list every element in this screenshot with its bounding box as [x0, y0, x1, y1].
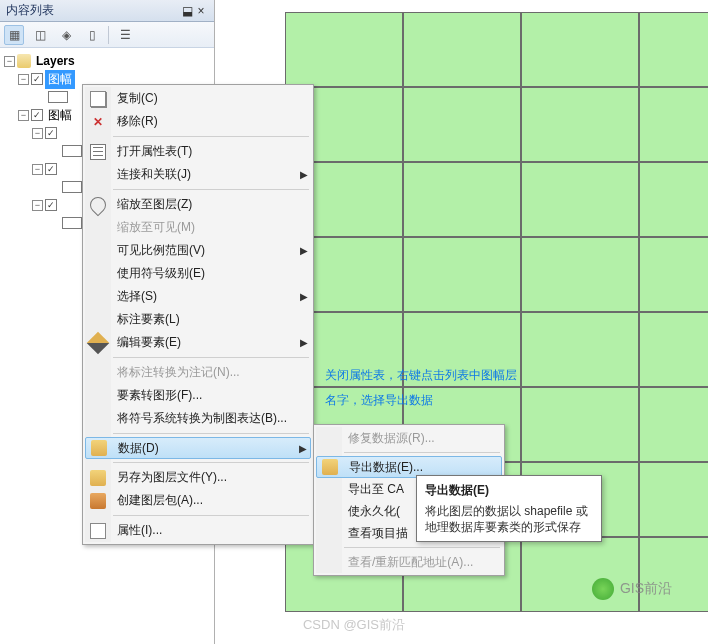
context-menu-item[interactable]: 可见比例范围(V)▶: [85, 239, 311, 262]
blank-icon: [316, 427, 342, 449]
blank-icon: [85, 216, 111, 239]
data-icon: [86, 438, 112, 458]
table-icon: [85, 140, 111, 163]
menu-item-label: 要素转图形(F)...: [111, 387, 311, 404]
close-icon[interactable]: ×: [194, 4, 208, 18]
collapse-icon[interactable]: −: [32, 200, 43, 211]
context-menu-item[interactable]: 将符号系统转换为制图表达(B)...: [85, 407, 311, 430]
blank-icon: [316, 478, 342, 500]
layer-name[interactable]: 图幅: [45, 106, 75, 125]
context-menu-item[interactable]: 数据(D)▶: [85, 437, 311, 459]
context-menu-item: 缩放至可见(M): [85, 216, 311, 239]
collapse-icon[interactable]: −: [18, 110, 29, 121]
blank-icon: [85, 262, 111, 285]
context-menu-item[interactable]: 缩放至图层(Z): [85, 193, 311, 216]
symbol-swatch[interactable]: [62, 217, 82, 229]
context-menu-item[interactable]: ✕移除(R): [85, 110, 311, 133]
context-menu-item[interactable]: 连接和关联(J)▶: [85, 163, 311, 186]
menu-item-label: 创建图层包(A)...: [111, 492, 311, 509]
blank-icon: [85, 407, 111, 430]
context-menu-item[interactable]: 要素转图形(F)...: [85, 384, 311, 407]
layers-icon: [17, 54, 31, 68]
menu-separator: [113, 189, 309, 190]
visibility-checkbox[interactable]: [31, 109, 43, 121]
toc-header: 内容列表 ⬓ ×: [0, 0, 214, 22]
context-menu-item[interactable]: 创建图层包(A)...: [85, 489, 311, 512]
list-by-selection-button[interactable]: ▯: [82, 25, 102, 45]
options-button[interactable]: ☰: [115, 25, 135, 45]
submenu-arrow-icon: ▶: [296, 443, 310, 454]
watermark: GIS前沿: [592, 578, 672, 600]
tooltip-title: 导出数据(E): [425, 482, 593, 499]
blank-icon: [85, 239, 111, 262]
context-menu-item[interactable]: 复制(C): [85, 87, 311, 110]
tooltip: 导出数据(E) 将此图层的数据以 shapefile 或地理数据库要素类的形式保…: [416, 475, 602, 542]
menu-separator: [344, 452, 500, 453]
edit-icon: [85, 331, 111, 354]
csdn-watermark: CSDN @GIS前沿: [303, 616, 405, 634]
layers-root[interactable]: − Layers: [4, 52, 210, 70]
submenu-item: 修复数据源(R)...: [316, 427, 502, 449]
tooltip-body: 将此图层的数据以 shapefile 或地理数据库要素类的形式保存: [425, 503, 593, 535]
menu-item-label: 连接和关联(J): [111, 166, 297, 183]
menu-item-label: 数据(D): [112, 440, 296, 457]
menu-item-label: 选择(S): [111, 288, 297, 305]
context-menu-item[interactable]: 另存为图层文件(Y)...: [85, 466, 311, 489]
list-by-drawing-order-button[interactable]: ▦: [4, 25, 24, 45]
collapse-icon[interactable]: −: [32, 128, 43, 139]
symbol-swatch[interactable]: [48, 91, 68, 103]
visibility-checkbox[interactable]: [45, 199, 57, 211]
menu-item-label: 使用符号级别(E): [111, 265, 311, 282]
menu-item-label: 另存为图层文件(Y)...: [111, 469, 311, 486]
menu-item-label: 复制(C): [111, 90, 311, 107]
menu-separator: [113, 136, 309, 137]
layer-name[interactable]: 图幅: [45, 70, 75, 89]
pin-icon[interactable]: ⬓: [180, 4, 194, 18]
zoom-icon: [85, 193, 111, 216]
menu-separator: [113, 462, 309, 463]
menu-item-label: 缩放至图层(Z): [111, 196, 311, 213]
menu-item-label: 修复数据源(R)...: [342, 430, 502, 447]
menu-item-label: 查看/重新匹配地址(A)...: [342, 554, 502, 571]
wechat-icon: [592, 578, 614, 600]
visibility-checkbox[interactable]: [31, 73, 43, 85]
list-by-source-button[interactable]: ◫: [30, 25, 50, 45]
context-menu-item[interactable]: 属性(I)...: [85, 519, 311, 542]
symbol-swatch[interactable]: [62, 181, 82, 193]
collapse-icon[interactable]: −: [4, 56, 15, 67]
submenu-arrow-icon: ▶: [297, 337, 311, 348]
submenu-arrow-icon: ▶: [297, 169, 311, 180]
context-menu-item[interactable]: 使用符号级别(E): [85, 262, 311, 285]
annotation-text: 关闭属性表，右键点击列表中图幅层 名字，选择导出数据: [325, 362, 685, 412]
collapse-icon[interactable]: −: [18, 74, 29, 85]
copy-icon: [85, 87, 111, 110]
menu-separator: [344, 547, 500, 548]
menu-item-label: 属性(I)...: [111, 522, 311, 539]
menu-item-label: 可见比例范围(V): [111, 242, 297, 259]
menu-item-label: 编辑要素(E): [111, 334, 297, 351]
collapse-icon[interactable]: −: [32, 164, 43, 175]
blank-icon: [85, 163, 111, 186]
menu-item-label: 打开属性表(T): [111, 143, 311, 160]
visibility-checkbox[interactable]: [45, 127, 57, 139]
menu-item-label: 将符号系统转换为制图表达(B)...: [111, 410, 311, 427]
menu-item-label: 缩放至可见(M): [111, 219, 311, 236]
list-by-visibility-button[interactable]: ◈: [56, 25, 76, 45]
context-menu-item[interactable]: 编辑要素(E)▶: [85, 331, 311, 354]
context-menu-item[interactable]: 选择(S)▶: [85, 285, 311, 308]
symbol-swatch[interactable]: [62, 145, 82, 157]
prop-icon: [85, 519, 111, 542]
menu-item-label: 标注要素(L): [111, 311, 311, 328]
visibility-checkbox[interactable]: [45, 163, 57, 175]
menu-separator: [113, 357, 309, 358]
blank-icon: [316, 522, 342, 544]
context-menu-item: 将标注转换为注记(N)...: [85, 361, 311, 384]
save-icon: [317, 457, 343, 477]
menu-item-label: 导出数据(E)...: [343, 459, 501, 476]
blank-icon: [85, 361, 111, 384]
context-menu-item[interactable]: 标注要素(L): [85, 308, 311, 331]
blank-icon: [316, 500, 342, 522]
menu-separator: [113, 433, 309, 434]
submenu-arrow-icon: ▶: [297, 245, 311, 256]
context-menu-item[interactable]: 打开属性表(T): [85, 140, 311, 163]
